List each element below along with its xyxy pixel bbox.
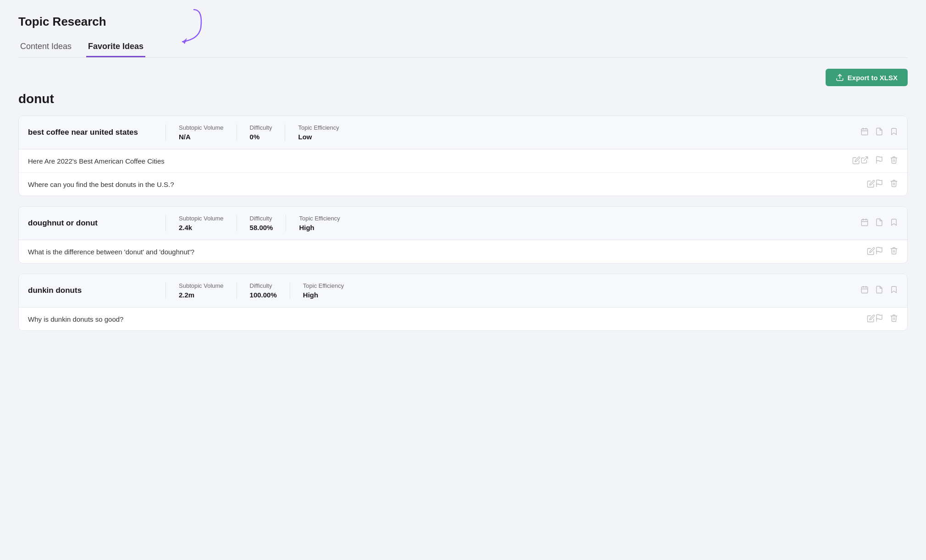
delete-icon[interactable] bbox=[890, 314, 898, 324]
bookmark-icon[interactable] bbox=[890, 285, 898, 296]
row-text: Here Are 2022's Best American Coffee Cit… bbox=[28, 157, 849, 165]
topic-header: doughnut or donut Subtopic Volume 2.4k D… bbox=[19, 207, 907, 240]
export-button[interactable]: Export to XLSX bbox=[826, 69, 908, 86]
subtopic-volume-label: Subtopic Volume bbox=[179, 124, 224, 131]
flag-icon[interactable] bbox=[875, 314, 883, 324]
topic-card: best coffee near united states Subtopic … bbox=[18, 115, 908, 196]
difficulty-label: Difficulty bbox=[250, 124, 272, 131]
delete-icon[interactable] bbox=[890, 156, 898, 166]
difficulty-label: Difficulty bbox=[250, 215, 273, 222]
efficiency-value: High bbox=[299, 224, 340, 231]
topic-stats: Subtopic Volume 2.2m Difficulty 100.00% … bbox=[165, 282, 860, 299]
efficiency-value: Low bbox=[298, 133, 339, 141]
toolbar: Export to XLSX bbox=[18, 69, 908, 86]
efficiency-block: Topic Efficiency Low bbox=[285, 124, 352, 141]
efficiency-label: Topic Efficiency bbox=[299, 215, 340, 222]
search-keyword: donut bbox=[18, 92, 908, 106]
delete-icon[interactable] bbox=[890, 247, 898, 257]
topic-row: Why is dunkin donuts so good? bbox=[19, 307, 907, 330]
efficiency-block: Topic Efficiency High bbox=[290, 282, 357, 299]
external-link-icon[interactable] bbox=[860, 156, 869, 166]
tab-favorite-ideas[interactable]: Favorite Ideas bbox=[86, 42, 145, 57]
topic-name: dunkin donuts bbox=[28, 286, 156, 295]
difficulty-value: 100.00% bbox=[250, 291, 277, 299]
edit-icon[interactable] bbox=[867, 314, 875, 324]
row-actions bbox=[875, 247, 898, 257]
subtopic-volume-block: Subtopic Volume N/A bbox=[165, 124, 237, 141]
document-icon[interactable] bbox=[875, 218, 883, 229]
row-text: Where can you find the best donuts in th… bbox=[28, 181, 863, 188]
topic-header: best coffee near united states Subtopic … bbox=[19, 116, 907, 149]
subtopic-volume-value: N/A bbox=[179, 133, 224, 141]
row-actions bbox=[860, 156, 898, 166]
topic-stats: Subtopic Volume N/A Difficulty 0% Topic … bbox=[165, 124, 860, 141]
subtopic-volume-label: Subtopic Volume bbox=[179, 282, 224, 289]
calendar-icon[interactable] bbox=[860, 218, 869, 229]
topic-row: What is the difference between 'donut' a… bbox=[19, 240, 907, 263]
row-actions bbox=[875, 314, 898, 324]
topic-name: best coffee near united states bbox=[28, 128, 156, 137]
row-text: Why is dunkin donuts so good? bbox=[28, 315, 863, 323]
arrow-annotation bbox=[157, 5, 212, 46]
svg-line-6 bbox=[864, 157, 868, 160]
flag-icon[interactable] bbox=[875, 247, 883, 257]
efficiency-label: Topic Efficiency bbox=[303, 282, 344, 289]
delete-icon[interactable] bbox=[890, 179, 898, 189]
flag-icon[interactable] bbox=[875, 179, 883, 189]
topics-list: best coffee near united states Subtopic … bbox=[18, 115, 908, 331]
bookmark-icon[interactable] bbox=[890, 127, 898, 138]
topic-row: Where can you find the best donuts in th… bbox=[19, 173, 907, 196]
svg-rect-14 bbox=[861, 287, 868, 293]
difficulty-block: Difficulty 0% bbox=[237, 124, 285, 141]
tab-content-ideas[interactable]: Content Ideas bbox=[18, 42, 73, 57]
edit-icon[interactable] bbox=[867, 180, 875, 189]
topic-header: dunkin donuts Subtopic Volume 2.2m Diffi… bbox=[19, 274, 907, 307]
calendar-icon[interactable] bbox=[860, 127, 869, 138]
edit-icon[interactable] bbox=[852, 156, 860, 166]
difficulty-label: Difficulty bbox=[250, 282, 277, 289]
topic-actions bbox=[860, 127, 898, 138]
subtopic-volume-value: 2.2m bbox=[179, 291, 224, 299]
difficulty-block: Difficulty 100.00% bbox=[237, 282, 290, 299]
flag-icon[interactable] bbox=[875, 156, 883, 166]
difficulty-value: 0% bbox=[250, 133, 272, 141]
subtopic-volume-block: Subtopic Volume 2.4k bbox=[165, 215, 237, 231]
tabs-container: Content Ideas Favorite Ideas bbox=[18, 42, 908, 58]
efficiency-block: Topic Efficiency High bbox=[286, 215, 353, 231]
topic-card: doughnut or donut Subtopic Volume 2.4k D… bbox=[18, 206, 908, 264]
subtopic-volume-value: 2.4k bbox=[179, 224, 224, 231]
topic-stats: Subtopic Volume 2.4k Difficulty 58.00% T… bbox=[165, 215, 860, 231]
topic-actions bbox=[860, 218, 898, 229]
row-actions bbox=[875, 179, 898, 189]
topic-row: Here Are 2022's Best American Coffee Cit… bbox=[19, 149, 907, 173]
difficulty-block: Difficulty 58.00% bbox=[237, 215, 286, 231]
edit-icon[interactable] bbox=[867, 247, 875, 257]
calendar-icon[interactable] bbox=[860, 285, 869, 296]
svg-rect-9 bbox=[861, 220, 868, 226]
efficiency-value: High bbox=[303, 291, 344, 299]
topic-card: dunkin donuts Subtopic Volume 2.2m Diffi… bbox=[18, 274, 908, 331]
export-icon bbox=[836, 73, 844, 82]
subtopic-volume-label: Subtopic Volume bbox=[179, 215, 224, 222]
difficulty-value: 58.00% bbox=[250, 224, 273, 231]
topic-name: doughnut or donut bbox=[28, 219, 156, 228]
document-icon[interactable] bbox=[875, 127, 883, 138]
document-icon[interactable] bbox=[875, 285, 883, 296]
efficiency-label: Topic Efficiency bbox=[298, 124, 339, 131]
topic-actions bbox=[860, 285, 898, 296]
row-text: What is the difference between 'donut' a… bbox=[28, 248, 863, 256]
page-title: Topic Research bbox=[18, 15, 908, 29]
subtopic-volume-block: Subtopic Volume 2.2m bbox=[165, 282, 237, 299]
svg-rect-2 bbox=[861, 129, 868, 135]
bookmark-icon[interactable] bbox=[890, 218, 898, 229]
